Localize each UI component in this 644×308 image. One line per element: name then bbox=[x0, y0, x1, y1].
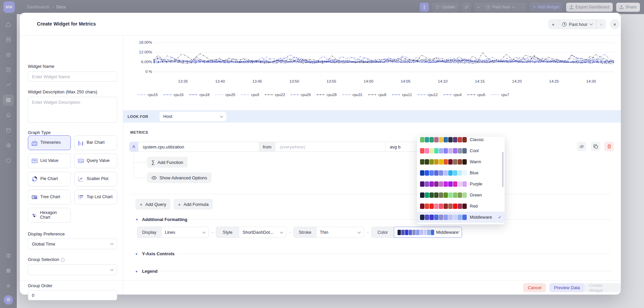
metric-name-select[interactable]: system.cpu.utilization bbox=[138, 142, 259, 151]
color-select[interactable]: Middleware bbox=[394, 227, 462, 238]
add-query-button[interactable]: + Add Query bbox=[135, 199, 171, 210]
legend-item-cpu11[interactable]: cpu11 bbox=[392, 93, 412, 97]
x-axis-tick: 14:25 bbox=[546, 79, 562, 83]
legend-item-cpu26[interactable]: cpu26 bbox=[291, 93, 311, 97]
palette-swatches bbox=[420, 159, 467, 165]
palette-swatches bbox=[420, 204, 467, 209]
color-swatch bbox=[434, 137, 439, 142]
legend-item-cpu25[interactable]: cpu25 bbox=[215, 93, 235, 97]
legend-item-cpu8[interactable]: cpu8 bbox=[368, 93, 386, 97]
widget-name-input[interactable] bbox=[28, 72, 117, 82]
timeseries-chart[interactable] bbox=[153, 38, 614, 75]
legend-item-cpu28[interactable]: cpu28 bbox=[317, 93, 337, 97]
legend-line-icon bbox=[138, 94, 146, 96]
stroke-select[interactable]: Thin bbox=[316, 227, 364, 238]
popup-scrollbar[interactable] bbox=[502, 152, 504, 187]
color-swatch bbox=[425, 192, 429, 198]
legend-item-cpu15[interactable]: cpu15 bbox=[138, 93, 158, 97]
legend-line-icon bbox=[467, 94, 475, 96]
style-select[interactable]: ShortDashDot... bbox=[239, 227, 286, 238]
graph-type-top-list-chart[interactable]: Top List Chart bbox=[74, 190, 117, 205]
modal-close-button[interactable]: × bbox=[610, 19, 620, 29]
color-swatch bbox=[420, 215, 424, 220]
palette-option-red[interactable]: Red bbox=[417, 201, 505, 212]
modal-time-forward-button[interactable]: » bbox=[596, 19, 606, 29]
graph-type-tree-chart[interactable]: Tree Chart bbox=[28, 190, 71, 205]
add-formula-label: Add Formula bbox=[184, 202, 209, 207]
chevron-down-icon bbox=[358, 230, 361, 233]
graph-type-bar-chart[interactable]: Bar Chart bbox=[74, 135, 117, 150]
filter-input[interactable]: (everywhere) bbox=[275, 142, 385, 151]
palette-option-green[interactable]: Green bbox=[417, 189, 505, 201]
hide-query-button[interactable] bbox=[577, 142, 586, 151]
legend-item-cpu12[interactable]: cpu12 bbox=[418, 93, 438, 97]
color-swatch bbox=[458, 159, 462, 165]
query-tree-line bbox=[133, 152, 134, 178]
y-axis-controls-toggle[interactable]: ► Y-Axis Controls bbox=[135, 251, 611, 256]
color-swatch bbox=[453, 148, 457, 153]
palette-name: Green bbox=[470, 192, 482, 197]
palette-option-classic[interactable]: Classic bbox=[417, 137, 505, 145]
group-selection-label: Group Selectioni bbox=[28, 257, 65, 262]
show-advanced-options-button[interactable]: Show Advanced Options bbox=[147, 172, 212, 183]
legend-item-cpu16[interactable]: cpu16 bbox=[164, 93, 184, 97]
palette-option-cool[interactable]: Cool bbox=[417, 145, 505, 156]
graph-type-timeseries[interactable]: Timeseries bbox=[28, 135, 71, 150]
widget-description-input[interactable] bbox=[28, 97, 117, 123]
graph-type-query-value[interactable]: 5.12Query Value bbox=[74, 153, 117, 168]
display-select[interactable]: Lines bbox=[161, 227, 209, 238]
legend-section-label: Legend bbox=[142, 269, 157, 274]
widget-description-label: Widget Description (Max 250 chars) bbox=[28, 89, 97, 94]
graph-type-scatter-plot[interactable]: Scatter Plot bbox=[74, 172, 117, 186]
duplicate-query-button[interactable] bbox=[591, 142, 600, 151]
palette-option-purple[interactable]: Purple bbox=[417, 178, 505, 189]
group-selection-select[interactable] bbox=[28, 264, 117, 275]
color-swatch bbox=[453, 181, 457, 187]
bar-chart-icon bbox=[78, 140, 84, 146]
color-swatch bbox=[401, 230, 405, 235]
color-swatch bbox=[429, 215, 434, 220]
graph-type-label: Bar Chart bbox=[87, 140, 105, 145]
color-swatch bbox=[439, 170, 443, 176]
color-swatch bbox=[409, 230, 412, 235]
display-preference-select[interactable]: Global Time bbox=[28, 238, 117, 249]
graph-type-label: Timeseries bbox=[40, 140, 61, 145]
color-swatch bbox=[448, 215, 453, 220]
color-swatch bbox=[448, 192, 453, 198]
legend-item-cpu22[interactable]: cpu22 bbox=[265, 93, 285, 97]
palette-option-blue[interactable]: Blue bbox=[417, 167, 505, 178]
graph-type-pie-chart[interactable]: Pie Chart bbox=[28, 172, 71, 186]
style-label: Style bbox=[216, 227, 239, 238]
palette-swatches bbox=[420, 192, 467, 198]
palette-name: Middleware bbox=[470, 215, 492, 220]
color-swatch bbox=[425, 170, 429, 176]
add-function-button[interactable]: ∑ Add Function bbox=[147, 157, 188, 168]
additional-formatting-toggle[interactable]: ▼ Additional Formatting bbox=[135, 217, 611, 222]
chart-legend: cpu15cpu16cpu18cpu25cpu9cpu22cpu26cpu28c… bbox=[138, 93, 608, 97]
palette-option-middleware[interactable]: Middleware✓ bbox=[417, 212, 505, 223]
graph-type-list-value[interactable]: List Value bbox=[28, 153, 71, 168]
delete-query-button[interactable] bbox=[604, 142, 614, 151]
legend-toggle[interactable]: ► Legend bbox=[135, 269, 611, 274]
modal-time-range-button[interactable]: Past hour bbox=[558, 19, 596, 29]
color-swatch bbox=[453, 137, 457, 142]
legend-item-cpu4[interactable]: cpu4 bbox=[444, 93, 462, 97]
color-palette-popup: ClassicCoolWarmBluePurpleGreenRedMiddlew… bbox=[417, 137, 505, 224]
palette-option-warm[interactable]: Warm bbox=[417, 156, 505, 167]
legend-label: cpu28 bbox=[327, 93, 337, 97]
create-widget-button[interactable]: Create Widget bbox=[585, 283, 621, 292]
modal-time-back-button[interactable]: « bbox=[548, 19, 558, 29]
legend-item-cpu9[interactable]: cpu9 bbox=[241, 93, 259, 97]
legend-item-cpu7[interactable]: cpu7 bbox=[491, 93, 509, 97]
look-for-select[interactable]: Host bbox=[159, 112, 226, 121]
legend-item-cpu5[interactable]: cpu5 bbox=[467, 93, 486, 97]
color-swatch bbox=[434, 148, 439, 153]
info-icon: i bbox=[61, 258, 65, 262]
preview-data-button[interactable]: Preview Data bbox=[549, 283, 585, 292]
legend-label: cpu4 bbox=[454, 93, 462, 97]
legend-item-cpu31[interactable]: cpu31 bbox=[342, 93, 363, 97]
legend-item-cpu18[interactable]: cpu18 bbox=[189, 93, 210, 97]
graph-type-hexagon-chart[interactable]: Hexagon Chart bbox=[28, 208, 71, 223]
cancel-button[interactable]: Cancel bbox=[523, 283, 546, 292]
add-formula-button[interactable]: + Add Formula bbox=[174, 199, 213, 210]
